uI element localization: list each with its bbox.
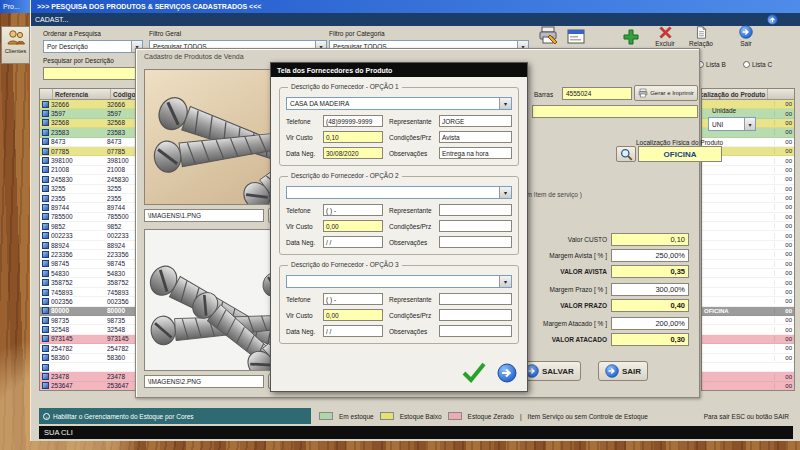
window-title: >>> PESQUISA DOS PRODUTOS & SERVIÇOS CAD… [37,3,261,10]
group-title: Descrição do Fornecedor - OPÇÃO 2 [288,172,402,179]
barras-field[interactable]: 4555024 [562,87,632,100]
data-neg-field-1[interactable]: 30/08/2020 [323,147,383,159]
value-field[interactable]: 0,10 [611,233,689,246]
observacoes-field-1[interactable]: Entrega na hora [439,147,512,159]
app-window-icon[interactable] [565,27,587,47]
sair-cadastro-button[interactable]: SAIR [598,361,648,381]
table-row-right[interactable]: 00 [702,231,794,240]
gerar-imprimir-button[interactable]: Gerar e Imprimir [634,85,698,101]
table-row-right[interactable]: 00 [702,175,794,184]
order-select[interactable]: Por Descrição▾ [43,40,143,53]
window-subtitle: CADAST... [35,16,68,23]
fornecedor-group-2: Descrição do Fornecedor - OPÇÃO 2 ▾ Tele… [279,176,519,255]
value-field[interactable]: 200,00% [611,317,689,330]
table-row-right[interactable]: 00 [702,222,794,231]
value-field[interactable]: 0,40 [611,299,689,312]
table-row-right[interactable]: 00 [702,325,794,334]
product-icon [42,157,49,164]
data-neg-field-2[interactable]: / / [323,236,383,248]
table-row-right[interactable]: 00 [702,372,794,381]
fornecedor-select-3[interactable]: ▾ [286,275,512,288]
table-row-right[interactable]: 00 [702,278,794,287]
vlr-custo-field-1[interactable]: 0,10 [323,131,383,143]
table-row-right[interactable]: 00 [702,166,794,175]
table-row-right[interactable]: 00 [702,213,794,222]
value-field[interactable]: 0,35 [611,265,689,278]
observacoes-field-2[interactable] [439,236,512,248]
stock-color-toggle[interactable]: › Habilitar o Gerenciamento do Estoque p… [39,408,311,424]
product-icon [42,279,49,286]
table-row-right[interactable]: OFICINA00 [702,307,794,316]
print-edit-icon[interactable] [537,26,561,46]
image1-path-field[interactable]: \IMAGENS\1.PNG [144,209,264,222]
lista-b-radio[interactable]: Lista B [697,61,726,68]
barras-label: Barras [534,91,553,98]
value-field[interactable]: 300,00% [611,283,689,296]
table-row-right[interactable]: 00 [702,269,794,278]
table-row-right[interactable]: 00 [702,241,794,250]
legend-items: Em estoque Estoque Baixo Estoque Zerado … [319,408,793,424]
localizacao-label: Localização Física do Produto [636,139,723,146]
modal-title: Tela dos Fornecedores do Produto [277,67,392,74]
table-row-right[interactable]: 00 [702,203,794,212]
product-icon [42,223,49,230]
table-row-right[interactable]: 00 [702,297,794,306]
fornecedor-group-3: Descrição do Fornecedor - OPÇÃO 3 ▾ Tele… [279,265,519,344]
relacao-button[interactable]: Relação [683,26,719,47]
table-row-right[interactable]: 00 [702,288,794,297]
fornecedor-select-2[interactable]: ▾ [286,186,512,199]
confirm-check-icon[interactable] [461,361,487,383]
table-row-right[interactable]: 00 [702,185,794,194]
pink-swatch [448,412,462,420]
header-referencia[interactable]: Referencia [53,89,111,99]
table-row-right[interactable]: 00 [702,335,794,344]
product-icon [42,270,49,277]
table-row-right[interactable]: 00 [702,382,794,391]
representante-field-2[interactable] [439,204,512,216]
value-field[interactable]: 250,00% [611,249,689,262]
telefone-field-2[interactable]: ( ) - [323,204,383,216]
localizacao-search-button[interactable] [616,146,636,162]
data-neg-field-3[interactable]: / / [323,325,383,337]
order-value: Por Descrição [47,43,88,50]
scroll-top-icon[interactable] [767,14,778,25]
table-row-right[interactable] [702,363,794,372]
clientes-button[interactable]: Clientes [1,26,30,64]
fornecedor-select-1[interactable]: CASA DA MADEIRA▾ [286,97,512,110]
telefone-field-3[interactable]: ( ) - [323,293,383,305]
value-label: VALOR PRAZO [560,302,607,309]
vlr-custo-field-3[interactable]: 0,00 [323,309,383,321]
table-row-right[interactable]: 00 [702,344,794,353]
table-row-right[interactable]: 00 [702,316,794,325]
value-label: Valor CUSTO [568,236,607,243]
value-label: Margem Prazo [ % ] [550,286,607,293]
lista-c-radio[interactable]: Lista C [743,61,772,68]
header-localizacao[interactable]: Localização do Produto [702,89,768,99]
add-icon[interactable] [623,29,639,45]
image2-path-field[interactable]: \IMAGENS\2.PNG [144,375,264,388]
telefone-field-1[interactable]: (48)99999-9999 [323,115,383,127]
unidade-select[interactable]: UNI▾ [708,117,756,131]
representante-field-1[interactable]: JORGE [439,115,512,127]
table-row-right[interactable]: 00 [702,250,794,259]
table-row-right[interactable]: 00 [702,354,794,363]
yellow-swatch [380,412,394,420]
excluir-button[interactable]: Excluir [649,26,681,47]
sair-button[interactable]: Sair [731,25,761,47]
group-title: Descrição do Fornecedor - OPÇÃO 3 [288,261,402,268]
vlr-custo-field-2[interactable]: 0,00 [323,220,383,232]
value-field[interactable]: 0,30 [611,333,689,346]
condicoes-field-3[interactable] [439,309,512,321]
condicoes-field-1[interactable]: Avista [439,131,512,143]
localizacao-field[interactable]: OFICINA [638,146,722,162]
table-row-right[interactable]: 00 [702,260,794,269]
descricao-field[interactable] [532,105,698,118]
product-icon [42,204,49,211]
modal-next-button[interactable] [497,363,517,383]
observacoes-field-3[interactable] [439,325,512,337]
table-row-right[interactable]: 00 [702,194,794,203]
representante-field-3[interactable] [439,293,512,305]
condicoes-field-2[interactable] [439,220,512,232]
value-label: Margem Atacado [ % ] [543,320,607,327]
modal-titlebar[interactable]: Tela dos Fornecedores do Produto [271,63,527,77]
